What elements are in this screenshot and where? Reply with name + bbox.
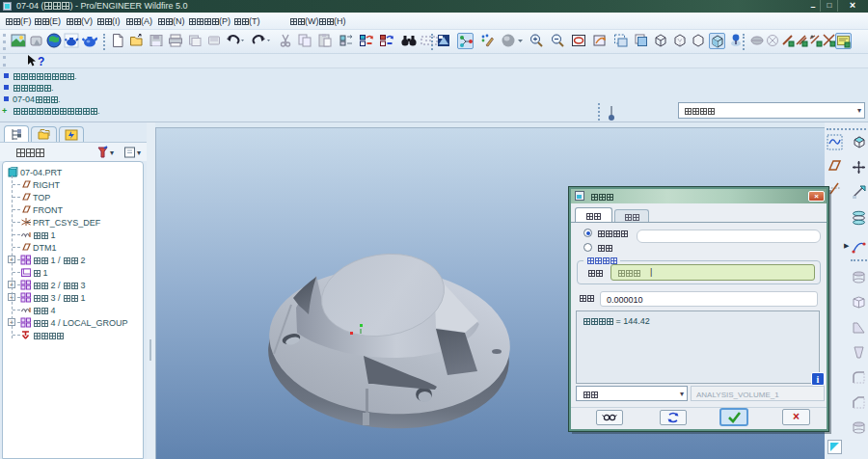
svg-text:?: ? — [38, 55, 44, 68]
